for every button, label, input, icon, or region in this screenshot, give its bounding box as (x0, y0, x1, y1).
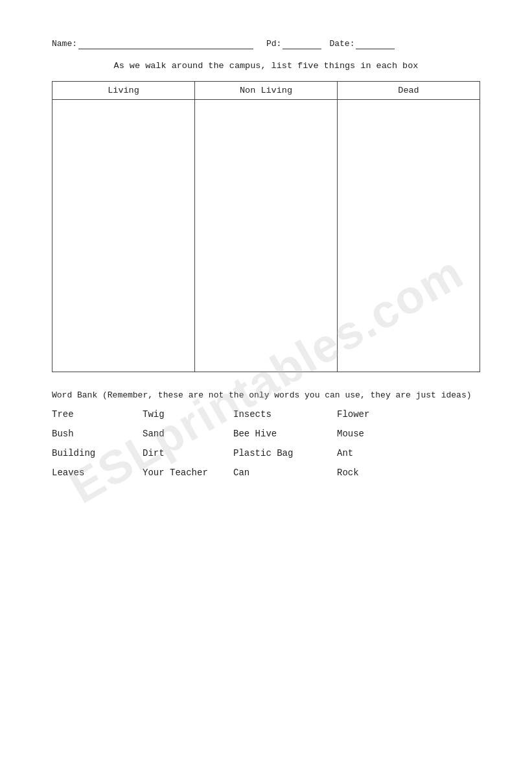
classification-table: Living Non Living Dead (52, 81, 480, 372)
word-item: Rock (337, 468, 428, 478)
cell-dead[interactable] (338, 100, 480, 372)
col-dead: Dead (338, 82, 480, 100)
name-field[interactable] (78, 39, 253, 49)
word-item: Tree (52, 409, 143, 420)
word-item: Your Teacher (143, 468, 233, 478)
word-item: Sand (143, 429, 233, 439)
date-field[interactable] (356, 39, 395, 49)
word-item: Twig (143, 409, 233, 420)
instruction-text: As we walk around the campus, list five … (52, 61, 480, 71)
word-bank-title: Word Bank (Remember, these are not the o… (52, 390, 480, 400)
col-nonliving: Non Living (195, 82, 338, 100)
word-bank-section: Word Bank (Remember, these are not the o… (52, 390, 480, 478)
pd-label: Pd: (266, 39, 281, 49)
col-living: Living (52, 82, 195, 100)
word-item: Flower (337, 409, 428, 420)
word-item: Building (52, 448, 143, 458)
word-item: Bee Hive (233, 429, 337, 439)
word-item: Dirt (143, 448, 233, 458)
word-item: Can (233, 468, 337, 478)
page: ESLprintables.com Name: Pd: Date: As we … (0, 0, 532, 758)
name-label: Name: (52, 39, 77, 49)
word-item: Insects (233, 409, 337, 420)
word-item: Leaves (52, 468, 143, 478)
word-item: Mouse (337, 429, 428, 439)
cell-nonliving[interactable] (195, 100, 338, 372)
word-item: Ant (337, 448, 428, 458)
word-item: Bush (52, 429, 143, 439)
word-grid: TreeTwigInsectsFlowerBushSandBee HiveMou… (52, 409, 480, 478)
word-item: Plastic Bag (233, 448, 337, 458)
cell-living[interactable] (52, 100, 195, 372)
date-label: Date: (329, 39, 354, 49)
header-line: Name: Pd: Date: (52, 39, 480, 49)
pd-field[interactable] (283, 39, 321, 49)
